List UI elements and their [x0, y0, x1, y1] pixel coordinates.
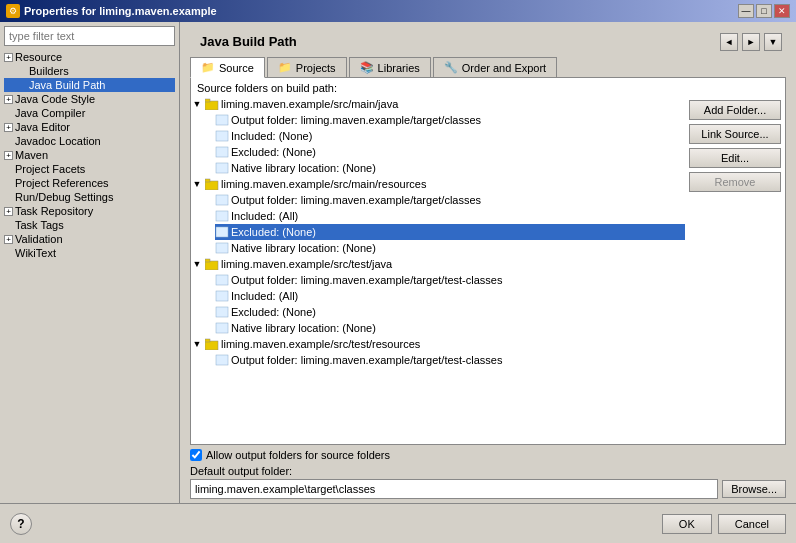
svg-rect-3 — [216, 131, 228, 141]
tree-item-label: Task Repository — [15, 205, 93, 217]
ok-button[interactable]: OK — [662, 514, 712, 534]
close-button[interactable]: ✕ — [774, 4, 790, 18]
bp-child-included-1[interactable]: Included: (None) — [215, 128, 685, 144]
left-panel: +ResourceBuildersJava Build Path+Java Co… — [0, 22, 180, 503]
child-label: Output folder: liming.maven.example/targ… — [231, 113, 685, 127]
bp-root-src-main-java: ▼ liming.maven.example/src/main/java Out… — [191, 96, 685, 176]
allow-output-checkbox[interactable] — [190, 449, 202, 461]
sidebar-item-project-references[interactable]: Project References — [4, 176, 175, 190]
tree-item-label: Java Code Style — [15, 93, 95, 105]
remove-button[interactable]: Remove — [689, 172, 781, 192]
maximize-button[interactable]: □ — [756, 4, 772, 18]
output-row: Browse... — [190, 479, 786, 499]
panel-header: Java Build Path — [190, 28, 307, 53]
sidebar-item-run-debug-settings[interactable]: Run/Debug Settings — [4, 190, 175, 204]
tab-label-libraries: Libraries — [378, 62, 420, 74]
add-folder-button[interactable]: Add Folder... — [689, 100, 781, 120]
dropdown-arrow[interactable]: ▼ — [764, 33, 782, 51]
left-tree: +ResourceBuildersJava Build Path+Java Co… — [4, 50, 175, 260]
window-icon: ⚙ — [6, 4, 20, 18]
bp-child-excluded-1[interactable]: Excluded: (None) — [215, 144, 685, 160]
tab-icon-projects: 📁 — [278, 61, 292, 74]
sidebar-item-maven[interactable]: +Maven — [4, 148, 175, 162]
svg-rect-8 — [216, 195, 228, 205]
child-icon — [215, 353, 229, 367]
tab-projects[interactable]: 📁Projects — [267, 57, 347, 77]
child-label: Output folder: liming.maven.example/targ… — [231, 273, 685, 287]
bp-child-included-2[interactable]: Included: (All) — [215, 208, 685, 224]
bp-child-included-3[interactable]: Included: (All) — [215, 288, 685, 304]
bp-item-src-main-resources[interactable]: ▼ liming.maven.example/src/main/resource… — [191, 176, 685, 192]
bp-child-native-1[interactable]: Native library location: (None) — [215, 160, 685, 176]
nav-arrows: ◄ ► ▼ — [720, 33, 782, 51]
sidebar-item-java-editor[interactable]: +Java Editor — [4, 120, 175, 134]
browse-button[interactable]: Browse... — [722, 480, 786, 498]
back-arrow[interactable]: ◄ — [720, 33, 738, 51]
bp-item-src-test-resources[interactable]: ▼ liming.maven.example/src/test/resource… — [191, 336, 685, 352]
child-icon — [215, 161, 229, 175]
tab-label-source: Source — [219, 62, 254, 74]
child-icon — [215, 129, 229, 143]
child-label: Included: (All) — [231, 209, 685, 223]
bp-child-output-1[interactable]: Output folder: liming.maven.example/targ… — [215, 112, 685, 128]
sidebar-item-java-code-style[interactable]: +Java Code Style — [4, 92, 175, 106]
child-icon — [215, 145, 229, 159]
bp-label: liming.maven.example/src/main/resources — [221, 177, 685, 191]
svg-rect-5 — [216, 163, 228, 173]
tab-icon-libraries: 📚 — [360, 61, 374, 74]
svg-rect-0 — [205, 101, 218, 110]
tree-item-label: Java Compiler — [15, 107, 85, 119]
child-label: Excluded: (None) — [231, 145, 685, 159]
cancel-button[interactable]: Cancel — [718, 514, 786, 534]
sidebar-item-java-compiler[interactable]: Java Compiler — [4, 106, 175, 120]
dialog-bottom: ? OK Cancel — [0, 503, 796, 543]
tree-item-label: Project Facets — [15, 163, 85, 175]
child-icon — [215, 193, 229, 207]
tab-libraries[interactable]: 📚Libraries — [349, 57, 431, 77]
forward-arrow[interactable]: ► — [742, 33, 760, 51]
bp-children-src-main-resources: Output folder: liming.maven.example/targ… — [191, 192, 685, 256]
child-label: Included: (None) — [231, 129, 685, 143]
sidebar-item-task-repository[interactable]: +Task Repository — [4, 204, 175, 218]
bp-children-src-test-java: Output folder: liming.maven.example/targ… — [191, 272, 685, 336]
tree-item-label: Run/Debug Settings — [15, 191, 113, 203]
sidebar-item-validation[interactable]: +Validation — [4, 232, 175, 246]
svg-rect-11 — [216, 243, 228, 253]
edit-button[interactable]: Edit... — [689, 148, 781, 168]
filter-input[interactable] — [4, 26, 175, 46]
bp-label: liming.maven.example/src/test/resources — [221, 337, 685, 351]
folder-icon — [205, 97, 219, 111]
sidebar-item-task-tags[interactable]: Task Tags — [4, 218, 175, 232]
bp-item-src-test-java[interactable]: ▼ liming.maven.example/src/test/java — [191, 256, 685, 272]
minimize-button[interactable]: — — [738, 4, 754, 18]
bp-item-src-main-java[interactable]: ▼ liming.maven.example/src/main/java — [191, 96, 685, 112]
child-label: Native library location: (None) — [231, 241, 685, 255]
output-input[interactable] — [190, 479, 718, 499]
side-buttons: Add Folder... Link Source... Edit... Rem… — [685, 96, 785, 444]
sidebar-item-javadoc-location[interactable]: Javadoc Location — [4, 134, 175, 148]
link-source-button[interactable]: Link Source... — [689, 124, 781, 144]
help-button[interactable]: ? — [10, 513, 32, 535]
tab-order-export[interactable]: 🔧Order and Export — [433, 57, 557, 77]
bp-child-native-3[interactable]: Native library location: (None) — [215, 320, 685, 336]
child-label: Output folder: liming.maven.example/targ… — [231, 353, 685, 367]
tab-source[interactable]: 📁Source — [190, 57, 265, 78]
tab-label-projects: Projects — [296, 62, 336, 74]
expand-icon: + — [4, 123, 13, 132]
sidebar-item-resource[interactable]: +Resource — [4, 50, 175, 64]
sidebar-item-project-facets[interactable]: Project Facets — [4, 162, 175, 176]
bp-expand: ▼ — [191, 177, 203, 191]
svg-rect-10 — [216, 227, 228, 237]
expand-icon: + — [4, 235, 13, 244]
sidebar-item-wikitext[interactable]: WikiText — [4, 246, 175, 260]
bp-child-output-3[interactable]: Output folder: liming.maven.example/targ… — [215, 272, 685, 288]
tabs-container: 📁Source📁Projects📚Libraries🔧Order and Exp… — [180, 57, 796, 77]
bp-child-excluded-3[interactable]: Excluded: (None) — [215, 304, 685, 320]
bp-child-output-4[interactable]: Output folder: liming.maven.example/targ… — [215, 352, 685, 368]
sidebar-item-builders[interactable]: Builders — [4, 64, 175, 78]
sidebar-item-java-build-path[interactable]: Java Build Path — [4, 78, 175, 92]
bp-child-output-2[interactable]: Output folder: liming.maven.example/targ… — [215, 192, 685, 208]
child-label: Native library location: (None) — [231, 161, 685, 175]
bp-child-native-2[interactable]: Native library location: (None) — [215, 240, 685, 256]
bp-child-excluded-2[interactable]: Excluded: (None) — [215, 224, 685, 240]
